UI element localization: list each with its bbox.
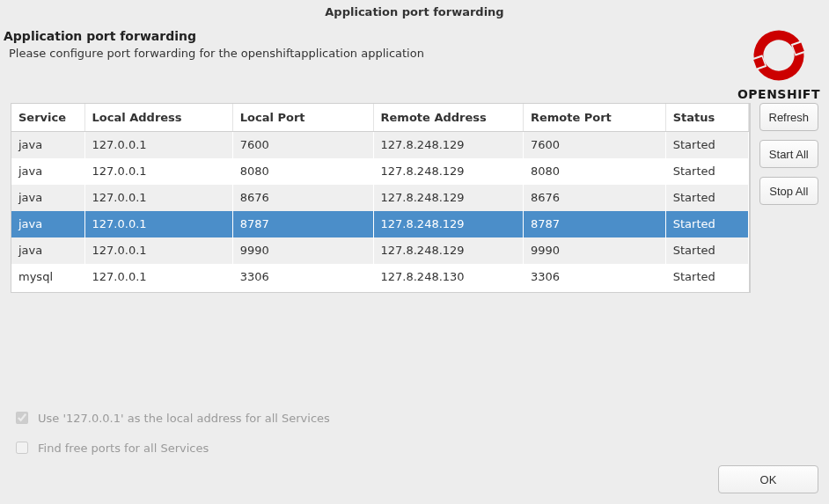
find-free-ports-label: Find free ports for all Services bbox=[38, 442, 209, 455]
cell-local-port: 3306 bbox=[232, 264, 373, 290]
cell-service: java bbox=[11, 132, 84, 158]
col-header-local-address[interactable]: Local Address bbox=[84, 104, 232, 132]
ok-button[interactable]: OK bbox=[718, 465, 818, 493]
forwarding-table-wrap: Service Local Address Local Port Remote … bbox=[11, 104, 749, 292]
port-forwarding-dialog: Application port forwarding Application … bbox=[0, 0, 829, 504]
header-area: Application port forwarding Please confi… bbox=[0, 22, 829, 103]
cell-remote-address: 127.8.248.129 bbox=[373, 237, 523, 264]
cell-local-address: 127.0.0.1 bbox=[84, 158, 232, 185]
side-button-bar: Refresh Start All Stop All bbox=[759, 103, 819, 397]
start-all-button[interactable]: Start All bbox=[759, 140, 819, 168]
openshift-logo-text: OPENSHIFT bbox=[737, 87, 820, 101]
cell-status: Started bbox=[665, 185, 748, 211]
table-row[interactable]: mysql127.0.0.13306127.8.248.1303306Start… bbox=[11, 264, 748, 290]
col-header-status[interactable]: Status bbox=[665, 104, 748, 132]
cell-remote-address: 127.8.248.129 bbox=[373, 158, 523, 185]
cell-service: java bbox=[11, 158, 84, 185]
table-scrollbar[interactable] bbox=[749, 104, 750, 292]
cell-local-port: 8787 bbox=[232, 211, 373, 237]
table-row[interactable]: java127.0.0.18080127.8.248.1298080Starte… bbox=[11, 158, 748, 185]
cell-status: Started bbox=[665, 264, 748, 290]
col-header-remote-address[interactable]: Remote Address bbox=[373, 104, 523, 132]
cell-local-port: 8080 bbox=[232, 158, 373, 185]
cell-local-address: 127.0.0.1 bbox=[84, 264, 232, 290]
cell-remote-port: 8787 bbox=[523, 211, 665, 237]
use-local-address-label: Use '127.0.0.1' as the local address for… bbox=[38, 412, 330, 425]
table-body: java127.0.0.17600127.8.248.1297600Starte… bbox=[11, 132, 748, 290]
cell-status: Started bbox=[665, 237, 748, 264]
find-free-ports-checkbox[interactable] bbox=[16, 442, 28, 454]
openshift-logo: OPENSHIFT bbox=[737, 24, 820, 101]
cell-status: Started bbox=[665, 158, 748, 185]
forwarding-table-pane: Service Local Address Local Port Remote … bbox=[11, 103, 751, 293]
refresh-button[interactable]: Refresh bbox=[759, 103, 819, 131]
cell-service: java bbox=[11, 237, 84, 264]
cell-local-port: 9990 bbox=[232, 237, 373, 264]
openshift-icon bbox=[737, 24, 820, 87]
cell-remote-port: 3306 bbox=[523, 264, 665, 290]
cell-service: java bbox=[11, 211, 84, 237]
cell-status: Started bbox=[665, 211, 748, 237]
cell-service: java bbox=[11, 185, 84, 211]
cell-remote-port: 9990 bbox=[523, 237, 665, 264]
cell-remote-port: 7600 bbox=[523, 132, 665, 158]
cell-local-address: 127.0.0.1 bbox=[84, 237, 232, 264]
use-local-address-option: Use '127.0.0.1' as the local address for… bbox=[12, 409, 817, 427]
cell-local-address: 127.0.0.1 bbox=[84, 185, 232, 211]
cell-local-port: 7600 bbox=[232, 132, 373, 158]
section-heading: Application port forwarding bbox=[4, 29, 818, 43]
col-header-remote-port[interactable]: Remote Port bbox=[523, 104, 665, 132]
table-row[interactable]: java127.0.0.18676127.8.248.1298676Starte… bbox=[11, 185, 748, 211]
cell-remote-address: 127.8.248.129 bbox=[373, 132, 523, 158]
table-header-row: Service Local Address Local Port Remote … bbox=[11, 104, 748, 132]
col-header-service[interactable]: Service bbox=[11, 104, 84, 132]
cell-remote-address: 127.8.248.129 bbox=[373, 185, 523, 211]
cell-remote-port: 8080 bbox=[523, 158, 665, 185]
cell-service: mysql bbox=[11, 264, 84, 290]
body-area: Service Local Address Local Port Remote … bbox=[0, 103, 829, 397]
stop-all-button[interactable]: Stop All bbox=[759, 177, 819, 205]
dialog-footer: OK bbox=[0, 457, 829, 504]
options-area: Use '127.0.0.1' as the local address for… bbox=[0, 397, 829, 457]
col-header-local-port[interactable]: Local Port bbox=[232, 104, 373, 132]
section-description: Please configure port forwarding for the… bbox=[9, 47, 818, 60]
cell-remote-address: 127.8.248.130 bbox=[373, 264, 523, 290]
cell-local-address: 127.0.0.1 bbox=[84, 211, 232, 237]
find-free-ports-option: Find free ports for all Services bbox=[12, 439, 817, 457]
table-row[interactable]: java127.0.0.18787127.8.248.1298787Starte… bbox=[11, 211, 748, 237]
forwarding-table[interactable]: Service Local Address Local Port Remote … bbox=[11, 104, 749, 290]
table-row[interactable]: java127.0.0.19990127.8.248.1299990Starte… bbox=[11, 237, 748, 264]
cell-status: Started bbox=[665, 132, 748, 158]
dialog-title: Application port forwarding bbox=[0, 0, 829, 22]
cell-local-address: 127.0.0.1 bbox=[84, 132, 232, 158]
cell-remote-address: 127.8.248.129 bbox=[373, 211, 523, 237]
cell-local-port: 8676 bbox=[232, 185, 373, 211]
use-local-address-checkbox[interactable] bbox=[16, 412, 28, 424]
table-row[interactable]: java127.0.0.17600127.8.248.1297600Starte… bbox=[11, 132, 748, 158]
cell-remote-port: 8676 bbox=[523, 185, 665, 211]
